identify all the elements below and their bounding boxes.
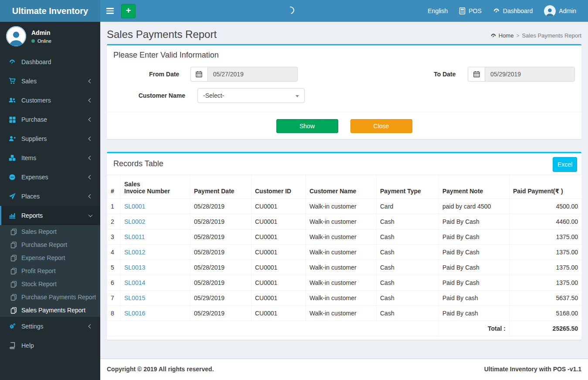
user-label: Admin xyxy=(559,7,576,14)
invoice-link[interactable]: SL0001 xyxy=(124,203,145,210)
invoice-link[interactable]: SL0012 xyxy=(124,249,145,256)
cell-customer-id: CU0001 xyxy=(252,306,306,321)
chevron-left-icon xyxy=(88,156,93,160)
cell-payment-type: Cash xyxy=(377,275,439,291)
cell-payment-note: Paid By cash xyxy=(439,291,510,306)
dashboard-link[interactable]: Dashboard xyxy=(487,0,539,22)
sidebar-item-label: Items xyxy=(21,154,36,161)
invoice-link[interactable]: SL0016 xyxy=(124,310,145,317)
breadcrumb-home-label: Home xyxy=(499,32,514,39)
cell-customer-name: Walk-in customer xyxy=(306,245,377,260)
loading-spinner-icon xyxy=(286,5,296,16)
sidebar-item-customers[interactable]: Customers xyxy=(0,91,100,110)
reports-submenu: Sales Report Purchase Report Expense Rep… xyxy=(0,225,100,317)
to-date-input[interactable] xyxy=(485,67,575,82)
table-row: 1 SL0001 05/28/2019 CU0001 Walk-in custo… xyxy=(107,199,582,214)
navbar-main: + English POS Dashboard Admin xyxy=(100,0,588,22)
table-row: 6 SL0014 05/28/2019 CU0001 Walk-in custo… xyxy=(107,275,582,291)
excel-export-button[interactable]: Excel xyxy=(553,157,577,172)
calendar-icon xyxy=(190,67,207,82)
invoice-link[interactable]: SL0002 xyxy=(124,218,145,225)
language-menu[interactable]: English xyxy=(422,0,453,22)
brand-logo[interactable]: Ultimate Inventory xyxy=(0,0,100,22)
records-panel-title: Records Table xyxy=(113,159,163,168)
submenu-item-label: Expense Report xyxy=(21,254,65,261)
footer-version: Ultimate Inventory with POS -v1.1 xyxy=(484,366,581,373)
sidebar-item-help[interactable]: Help xyxy=(0,336,100,355)
sidebar-item-sales[interactable]: Sales xyxy=(0,72,100,91)
sidebar-item-expenses[interactable]: Expenses xyxy=(0,168,100,187)
cell-payment-type: Cash xyxy=(377,260,439,275)
sidebar-item-label: Reports xyxy=(21,212,43,219)
chevron-left-icon xyxy=(88,98,93,103)
sidebar-item-places[interactable]: Places xyxy=(0,187,100,206)
cell-paid-payment: 1375.00 xyxy=(510,229,582,245)
show-button[interactable]: Show xyxy=(276,119,338,133)
cell-row-number: 8 xyxy=(107,306,121,321)
sidebar-menu: Dashboard Sales Customers Purchase Suppl… xyxy=(0,52,100,355)
pos-link[interactable]: POS xyxy=(453,0,487,22)
customer-name-label: Customer Name xyxy=(113,92,185,99)
cell-payment-type: Cash xyxy=(377,306,439,321)
table-row: 7 SL0015 05/29/2019 CU0001 Walk-in custo… xyxy=(107,291,582,306)
sidebar-item-label: Dashboard xyxy=(21,58,51,65)
cell-customer-name: Walk-in customer xyxy=(306,260,377,275)
invoice-link[interactable]: SL0015 xyxy=(124,294,145,301)
cell-payment-date: 05/28/2019 xyxy=(190,260,252,275)
sidebar-item-purchase[interactable]: Purchase xyxy=(0,110,100,129)
sidebar-item-suppliers[interactable]: Suppliers xyxy=(0,129,100,148)
sidebar-item-label: Sales xyxy=(21,78,37,85)
sidebar-toggle-button[interactable] xyxy=(100,0,119,22)
customer-name-selected-value: -Select- xyxy=(203,92,224,99)
cell-customer-id: CU0001 xyxy=(252,214,306,229)
customer-name-select[interactable]: -Select- xyxy=(197,88,305,103)
paper-plane-icon xyxy=(8,193,17,200)
cell-paid-payment: 1375.00 xyxy=(510,275,582,291)
column-header-paid-payment: Paid Payment(₹ ) xyxy=(510,175,582,199)
bar-chart-icon xyxy=(8,212,17,219)
close-button[interactable]: Close xyxy=(350,119,412,133)
footer-copyright: Copyright © 2019 All rights reserved. xyxy=(107,366,214,373)
from-date-label: From Date xyxy=(113,71,179,78)
sidebar-item-expense-report[interactable]: Expense Report xyxy=(0,251,100,264)
sidebar-item-settings[interactable]: Settings xyxy=(0,317,100,336)
invoice-link[interactable]: SL0014 xyxy=(124,279,145,286)
quick-add-button[interactable]: + xyxy=(121,4,136,18)
calendar-icon xyxy=(468,67,485,82)
breadcrumb-home-link[interactable]: Home xyxy=(490,32,514,39)
user-menu[interactable]: Admin xyxy=(538,0,582,22)
from-date-input[interactable] xyxy=(207,67,298,82)
column-header-customer-id: Customer ID xyxy=(252,175,306,199)
sidebar-item-sales-report[interactable]: Sales Report xyxy=(0,225,100,238)
sidebar-item-dashboard[interactable]: Dashboard xyxy=(0,52,100,72)
cell-row-number: 2 xyxy=(107,214,121,229)
submenu-item-label: Purchase Report xyxy=(21,241,67,248)
cell-paid-payment: 4500.00 xyxy=(510,199,582,214)
sidebar-item-sales-payments-report[interactable]: Sales Payments Report xyxy=(0,304,100,317)
sidebar-item-items[interactable]: Items xyxy=(0,148,100,168)
cell-payment-note: Paid By Cash xyxy=(439,260,510,275)
table-row: 4 SL0012 05/28/2019 CU0001 Walk-in custo… xyxy=(107,245,582,260)
submenu-item-label: Purchase Payments Report xyxy=(21,294,96,301)
invoice-link[interactable]: SL0013 xyxy=(124,264,145,271)
sidebar-item-label: Places xyxy=(21,193,40,200)
cell-paid-payment: 1375.00 xyxy=(510,245,582,260)
sidebar-item-purchase-payments-report[interactable]: Purchase Payments Report xyxy=(0,291,100,304)
cell-payment-date: 05/29/2019 xyxy=(190,306,252,321)
avatar xyxy=(6,26,26,46)
to-date-group xyxy=(468,67,575,82)
sidebar-item-stock-report[interactable]: Stock Report xyxy=(0,277,100,291)
sidebar-item-profit-report[interactable]: Profit Report xyxy=(0,264,100,277)
cell-paid-payment: 5637.50 xyxy=(510,291,582,306)
cell-customer-name: Walk-in customer xyxy=(306,275,377,291)
column-header-payment-note: Payment Note xyxy=(439,175,510,199)
language-label: English xyxy=(428,7,448,14)
cell-paid-payment: 5168.00 xyxy=(510,306,582,321)
sidebar-item-reports[interactable]: Reports xyxy=(0,206,100,225)
cell-paid-payment: 4460.00 xyxy=(510,214,582,229)
cell-payment-note: Paid By Cash xyxy=(439,245,510,260)
cell-customer-name: Walk-in customer xyxy=(306,291,377,306)
invoice-link[interactable]: SL0011 xyxy=(124,233,145,240)
dashboard-icon xyxy=(490,33,496,39)
sidebar-item-purchase-report[interactable]: Purchase Report xyxy=(0,238,100,251)
